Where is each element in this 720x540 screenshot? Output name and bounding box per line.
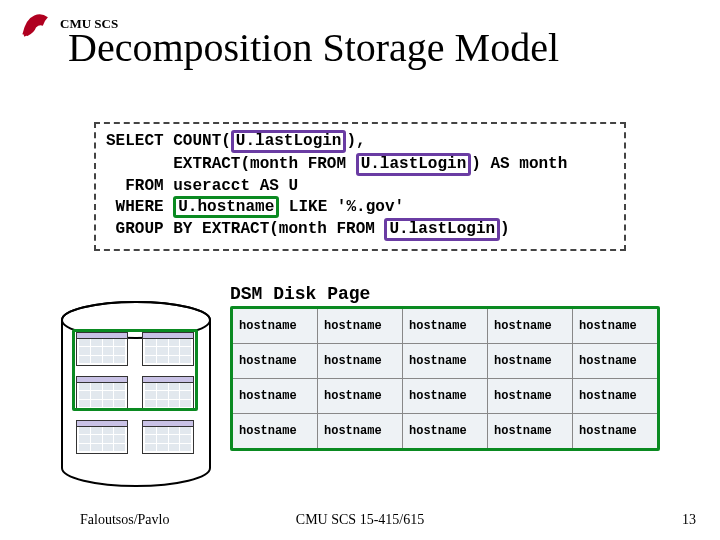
dsm-cell: hostname bbox=[233, 379, 317, 413]
extract1-close: ) AS month bbox=[471, 155, 567, 173]
scotty-logo-icon bbox=[18, 6, 54, 42]
kw-where: WHERE bbox=[116, 198, 164, 216]
where-rest: LIKE '%.gov' bbox=[289, 198, 404, 216]
dsm-grid: hostname hostname hostname hostname host… bbox=[230, 306, 660, 451]
dsm-disk-page-panel: DSM Disk Page hostname hostname hostname… bbox=[230, 284, 660, 451]
mini-selection-box bbox=[72, 329, 198, 411]
group-close: ) bbox=[500, 220, 510, 238]
dsm-cell: hostname bbox=[402, 309, 487, 343]
footer-page-number: 13 bbox=[682, 512, 696, 528]
footer: Faloutsos/Pavlo CMU SCS 15-415/615 13 bbox=[0, 512, 720, 528]
count-open: COUNT( bbox=[173, 132, 231, 150]
kw-select: SELECT bbox=[106, 132, 164, 150]
dsm-cell: hostname bbox=[487, 344, 572, 378]
dsm-cell: hostname bbox=[572, 309, 657, 343]
dsm-title: DSM Disk Page bbox=[230, 284, 660, 304]
dsm-cell: hostname bbox=[317, 309, 402, 343]
dsm-cell: hostname bbox=[317, 344, 402, 378]
dsm-cell: hostname bbox=[572, 414, 657, 448]
hl-lastlogin-1: U.lastLogin bbox=[231, 130, 347, 153]
hl-lastlogin-2: U.lastLogin bbox=[356, 153, 472, 176]
hl-hostname: U.hostname bbox=[173, 196, 279, 219]
sql-code-box: SELECT COUNT(U.lastLogin), EXTRACT(month… bbox=[94, 122, 626, 251]
dsm-cell: hostname bbox=[487, 309, 572, 343]
dsm-cell: hostname bbox=[572, 344, 657, 378]
dsm-cell: hostname bbox=[402, 379, 487, 413]
from-rest: useracct AS U bbox=[173, 177, 298, 195]
dsm-cell: hostname bbox=[487, 379, 572, 413]
mini-page bbox=[76, 420, 128, 454]
count-close: ), bbox=[346, 132, 365, 150]
slide-title: Decomposition Storage Model bbox=[68, 24, 559, 71]
dsm-cell: hostname bbox=[233, 414, 317, 448]
footer-center: CMU SCS 15-415/615 bbox=[296, 512, 424, 528]
dsm-cell: hostname bbox=[402, 414, 487, 448]
dsm-cell: hostname bbox=[317, 379, 402, 413]
extract1-open: EXTRACT(month FROM bbox=[173, 155, 346, 173]
footer-left: Faloutsos/Pavlo bbox=[80, 512, 169, 528]
mini-page bbox=[142, 420, 194, 454]
dsm-cell: hostname bbox=[487, 414, 572, 448]
dsm-cell: hostname bbox=[233, 309, 317, 343]
dsm-cell: hostname bbox=[572, 379, 657, 413]
kw-group: GROUP bbox=[116, 220, 164, 238]
dsm-cell: hostname bbox=[233, 344, 317, 378]
dsm-cell: hostname bbox=[402, 344, 487, 378]
kw-from: FROM bbox=[125, 177, 163, 195]
group-open: BY EXTRACT(month FROM bbox=[173, 220, 375, 238]
hl-lastlogin-3: U.lastLogin bbox=[384, 218, 500, 241]
mini-disk-pages bbox=[76, 332, 200, 464]
dsm-cell: hostname bbox=[317, 414, 402, 448]
